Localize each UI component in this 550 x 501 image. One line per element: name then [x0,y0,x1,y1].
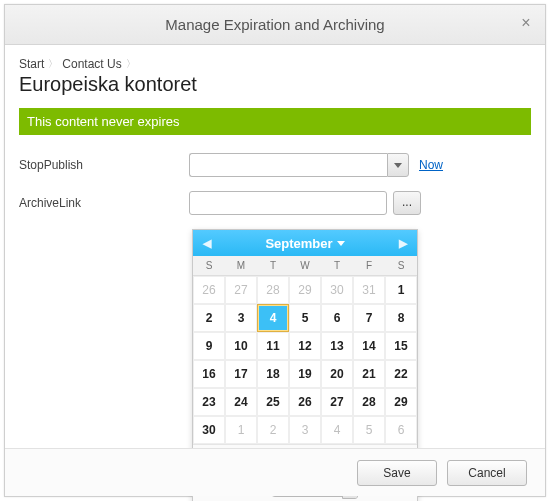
date-cell[interactable]: 27 [225,276,257,304]
save-button[interactable]: Save [357,460,437,486]
date-cell[interactable]: 3 [289,416,321,444]
row-archive-link: ArchiveLink ... [19,191,531,215]
archive-link-label: ArchiveLink [19,196,189,210]
status-banner: This content never expires [19,108,531,135]
chevron-right-icon: 〉 [48,57,58,71]
date-cell[interactable]: 23 [193,388,225,416]
date-cell[interactable]: 10 [225,332,257,360]
date-cell[interactable]: 29 [289,276,321,304]
date-cell[interactable]: 9 [193,332,225,360]
stop-publish-label: StopPublish [19,158,189,172]
month-selector[interactable]: September [265,236,344,251]
date-cell[interactable]: 7 [353,304,385,332]
browse-button[interactable]: ... [393,191,421,215]
dow-cell: F [353,256,385,275]
close-icon[interactable]: × [517,15,535,33]
date-cell[interactable]: 13 [321,332,353,360]
date-cell[interactable]: 6 [385,416,417,444]
date-cell[interactable]: 6 [321,304,353,332]
dow-cell: S [193,256,225,275]
chevron-down-icon [394,163,402,168]
stop-publish-dropdown-button[interactable] [387,153,409,177]
date-cell[interactable]: 20 [321,360,353,388]
date-cell[interactable]: 22 [385,360,417,388]
date-cell[interactable]: 2 [257,416,289,444]
date-cell[interactable]: 2 [193,304,225,332]
date-cell[interactable]: 28 [257,276,289,304]
caret-down-icon [337,241,345,246]
date-cell[interactable]: 12 [289,332,321,360]
date-cell[interactable]: 1 [225,416,257,444]
dow-cell: T [257,256,289,275]
next-month-button[interactable]: ▶ [395,237,411,250]
date-cell[interactable]: 11 [257,332,289,360]
date-cell[interactable]: 29 [385,388,417,416]
date-cell[interactable]: 1 [385,276,417,304]
stop-publish-input[interactable] [189,153,387,177]
date-cell[interactable]: 16 [193,360,225,388]
date-cell[interactable]: 31 [353,276,385,304]
dialog-title: Manage Expiration and Archiving [165,16,384,33]
breadcrumb-item[interactable]: Start [19,57,44,71]
breadcrumb: Start 〉 Contact Us 〉 [19,57,531,71]
date-cell[interactable]: 27 [321,388,353,416]
date-cell[interactable]: 24 [225,388,257,416]
day-of-week-header: S M T W T F S [193,256,417,276]
date-cell[interactable]: 26 [193,276,225,304]
date-cell[interactable]: 4 [321,416,353,444]
date-cell[interactable]: 28 [353,388,385,416]
chevron-right-icon: 〉 [126,57,136,71]
cancel-button[interactable]: Cancel [447,460,527,486]
stop-publish-combo [189,153,409,177]
dialog-header: Manage Expiration and Archiving × [5,5,545,45]
dialog: Manage Expiration and Archiving × Start … [4,4,546,497]
date-cell[interactable]: 5 [353,416,385,444]
archive-link-input[interactable] [189,191,387,215]
date-cell[interactable]: 3 [225,304,257,332]
date-cell[interactable]: 25 [257,388,289,416]
prev-month-button[interactable]: ◀ [199,237,215,250]
date-cell[interactable]: 8 [385,304,417,332]
now-link[interactable]: Now [419,158,443,172]
date-cell[interactable]: 14 [353,332,385,360]
breadcrumb-item[interactable]: Contact Us [62,57,121,71]
dow-cell: M [225,256,257,275]
date-cell[interactable]: 26 [289,388,321,416]
date-cell[interactable]: 4 [257,304,289,332]
date-cell[interactable]: 19 [289,360,321,388]
dialog-footer: Save Cancel [5,448,545,496]
dow-cell: T [321,256,353,275]
row-stop-publish: StopPublish Now [19,153,531,177]
date-cell[interactable]: 21 [353,360,385,388]
dow-cell: S [385,256,417,275]
date-cell[interactable]: 30 [321,276,353,304]
date-cell[interactable]: 17 [225,360,257,388]
date-cell[interactable]: 15 [385,332,417,360]
dialog-body: Start 〉 Contact Us 〉 Europeiska kontoret… [5,45,545,243]
dow-cell: W [289,256,321,275]
date-cell[interactable]: 18 [257,360,289,388]
date-cell[interactable]: 5 [289,304,321,332]
date-picker-header: ◀ September ▶ [193,230,417,256]
page-title: Europeiska kontoret [19,73,531,96]
date-grid: 2627282930311234567891011121314151617181… [193,276,417,444]
date-cell[interactable]: 30 [193,416,225,444]
month-label: September [265,236,332,251]
